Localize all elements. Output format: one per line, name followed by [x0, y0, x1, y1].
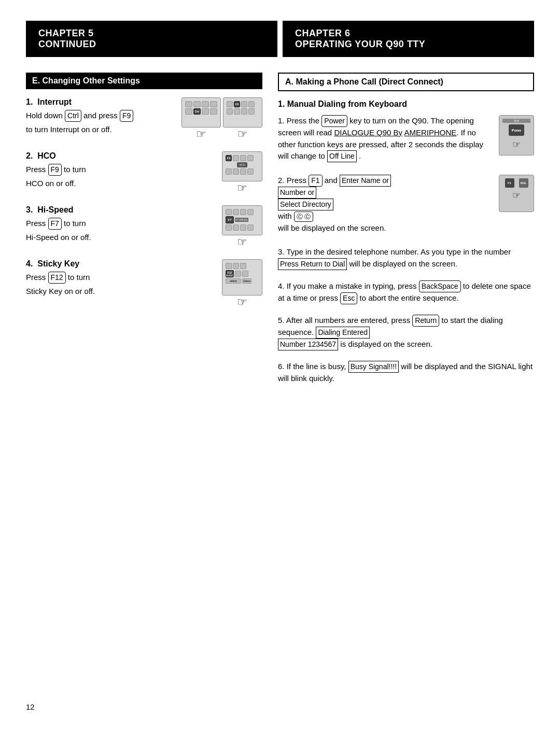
f9-key-badge-interrupt: F9 — [120, 110, 133, 122]
right-item-5-text: 5. After all numbers are entered, press … — [278, 315, 534, 350]
item-hispeed: F7 HI-SPEED ☞ 3. Hi — [26, 205, 262, 249]
f12-key-badge: F12 — [48, 272, 66, 284]
hand-hco-icon: ☞ — [222, 181, 262, 195]
right-item-3-text: 3. Type in the desired telephone number.… — [278, 246, 534, 270]
chapter-6-box: CHAPTER 6 OPERATING YOUR Q90 TTY — [283, 21, 534, 57]
f1-key-badge: F1 — [309, 175, 322, 187]
power-key-badge: Power — [321, 115, 347, 127]
right-item-2: F1 DIAL ☞ 2. Press F1 and Enter Name or … — [278, 175, 534, 236]
hand-hispeed-icon: ☞ — [222, 235, 262, 249]
left-section-header: E. Changing Other Settings — [26, 73, 262, 89]
number-1234567-screen: Number 1234567 — [278, 339, 338, 350]
chapter-5-line1: CHAPTER 5 — [38, 28, 265, 39]
right-item-1-text: 1. Press the Power key to turn on the Q9… — [278, 115, 534, 162]
chapter-headers: CHAPTER 5 CONTINUED CHAPTER 6 OPERATING … — [26, 21, 534, 57]
right-column: A. Making a Phone Call (Direct Connect) … — [278, 73, 534, 692]
power-illustration: Shift Powe ☞ — [499, 115, 534, 156]
f1-illustration: F1 DIAL ☞ — [499, 175, 534, 212]
right-item-2-text: 2. Press F1 and Enter Name or Number or … — [278, 175, 534, 234]
interrupt-illustrations: Ctrl ☞ — [181, 97, 262, 141]
item-stickykey: F12 STICKY oMerk Select — [26, 259, 262, 309]
select-directory-screen: Select Directory — [278, 199, 333, 210]
page-number: 12 — [26, 692, 534, 711]
right-item-6-text: 6. If the line is busy, Busy Signal!!!! … — [278, 361, 534, 385]
f9-illus: F9 — [223, 97, 262, 141]
item-hco: F9 HCO — [26, 151, 262, 195]
right-item-3: 3. Type in the desired telephone number.… — [278, 246, 534, 270]
hco-illustration: F9 HCO — [222, 151, 262, 195]
chapter-6-line1: CHAPTER 6 — [295, 28, 522, 39]
hand-f9-ctrl-icon: ☞ — [223, 128, 262, 141]
right-item-4: 4. If you make a mistake in typing, pres… — [278, 280, 534, 304]
dialogue-screen: DIALOGUE Q90 By — [334, 128, 402, 137]
press-return-screen: Press Return to Dial — [278, 258, 347, 270]
right-section-header: A. Making a Phone Call (Direct Connect) — [278, 73, 534, 91]
right-subheader: 1. Manual Dialing from Keyboard — [278, 100, 534, 109]
right-item-6: 6. If the line is busy, Busy Signal!!!! … — [278, 361, 534, 385]
ctrl-keyboard-device: Ctrl — [181, 97, 221, 128]
two-column-layout: E. Changing Other Settings — [26, 73, 534, 692]
ctrl-key-badge: Ctrl — [65, 110, 81, 122]
offline-screen: Off Line — [327, 150, 357, 162]
hispeed-illustration: F7 HI-SPEED ☞ — [222, 205, 262, 249]
chapter-5-line2: CONTINUED — [38, 39, 265, 50]
item-interrupt: Ctrl ☞ — [26, 97, 262, 141]
stickykey-illustration: F12 STICKY oMerk Select — [222, 259, 262, 309]
f9-key-badge-hco: F9 — [48, 164, 62, 176]
hand-stickykey-icon: ☞ — [222, 295, 262, 309]
hand-ctrl-icon: ☞ — [181, 128, 221, 141]
chapter-5-box: CHAPTER 5 CONTINUED — [26, 21, 277, 57]
chapter-6-line2: OPERATING YOUR Q90 TTY — [295, 39, 522, 50]
right-item-1: Shift Powe ☞ 1. Press the Power key to t… — [278, 115, 534, 164]
return-key-badge: Return — [412, 315, 439, 327]
left-column: E. Changing Other Settings — [26, 73, 262, 692]
number-screen: Number or — [278, 187, 316, 199]
stickykey-device: F12 STICKY oMerk Select — [222, 259, 262, 295]
right-item-5: 5. After all numbers are entered, press … — [278, 315, 534, 350]
enter-name-screen: Enter Name or — [340, 175, 391, 187]
esc-key-badge: Esc — [340, 292, 357, 304]
f1-device: F1 DIAL ☞ — [499, 175, 534, 212]
dialing-entered-screen: Dialing Entered — [316, 327, 370, 339]
hispeed-device: F7 HI-SPEED — [222, 205, 262, 235]
f9-keyboard-device: F9 — [223, 97, 262, 128]
cc-key-badge: Ⓒ Ⓒ — [294, 212, 313, 222]
busy-signal-screen: Busy Signal!!!! — [348, 361, 399, 373]
ctrl-illus: Ctrl ☞ — [181, 97, 221, 141]
f7-key-badge: F7 — [48, 218, 62, 230]
ameriphone-screen: AMERIPHONE — [404, 128, 456, 137]
right-item-4-text: 4. If you make a mistake in typing, pres… — [278, 280, 534, 304]
page: CHAPTER 5 CONTINUED CHAPTER 6 OPERATING … — [0, 0, 560, 732]
power-device: Shift Powe ☞ — [499, 115, 534, 156]
hco-device: F9 HCO — [222, 151, 262, 181]
backspace-key-badge: BackSpace — [419, 280, 461, 292]
